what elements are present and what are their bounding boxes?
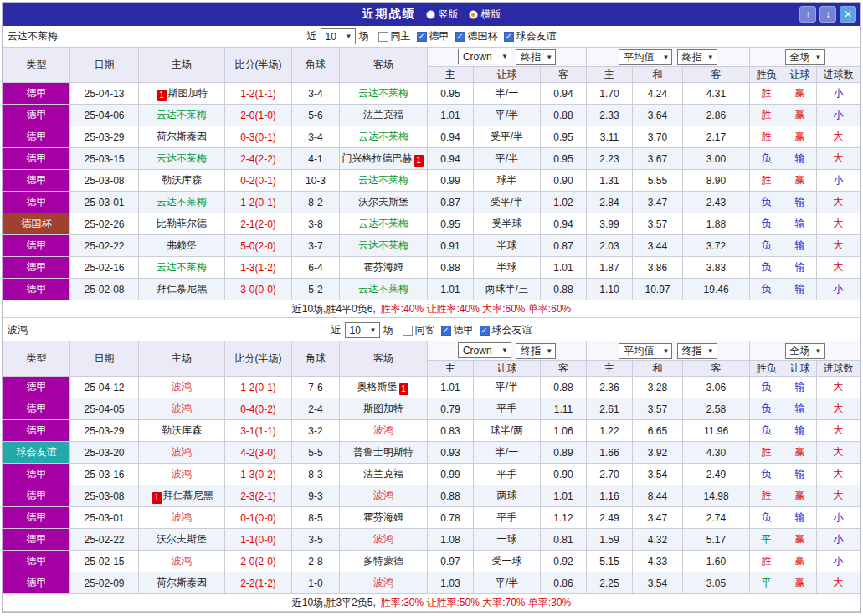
away-team[interactable]: 云达不莱梅 xyxy=(358,239,408,251)
home-team[interactable]: 荷尔斯泰因 xyxy=(157,131,207,142)
home-team[interactable]: 斯图加特 xyxy=(168,87,208,99)
match-score[interactable]: 0-1(0-0) xyxy=(225,507,292,529)
home-team[interactable]: 云达不莱梅 xyxy=(157,196,207,208)
scope-select[interactable]: 全场 ▼ xyxy=(785,343,825,359)
away-team[interactable]: 沃尔夫斯堡 xyxy=(358,196,408,208)
goals-outcome: 大 xyxy=(817,148,860,170)
away-team[interactable]: 云达不莱梅 xyxy=(358,218,408,229)
layout-radio-horizontal[interactable]: 横版 xyxy=(469,8,501,22)
euro-draw-odds: 5.55 xyxy=(633,170,683,192)
filter-checkbox-同主[interactable]: 同主 xyxy=(378,29,411,44)
filter-checkbox-同客[interactable]: 同客 xyxy=(403,323,435,337)
euro-draw-odds: 3.92 xyxy=(633,442,683,464)
match-row: 德甲25-02-22沃尔夫斯堡1-1(0-0)3-5波鸿1.08一球0.811.… xyxy=(3,529,860,551)
match-count-select[interactable]: 10 ▼ xyxy=(321,28,356,44)
move-up-button[interactable]: ↑ xyxy=(799,6,816,23)
euro-odds-header: 平均值 ▼ 终指 ▼ xyxy=(587,48,750,67)
home-team[interactable]: 云达不莱梅 xyxy=(157,152,207,164)
match-date: 25-04-06 xyxy=(70,105,139,126)
euro-home-odds: 2.49 xyxy=(587,507,633,529)
col-score: 比分(半场) xyxy=(225,48,292,83)
home-team[interactable]: 比勒菲尔德 xyxy=(157,218,207,229)
match-count-select[interactable]: 10 ▼ xyxy=(345,322,380,338)
match-score[interactable]: 4-2(3-0) xyxy=(225,442,292,464)
match-score[interactable]: 1-3(0-2) xyxy=(225,464,292,485)
euro-draw-odds: 3.47 xyxy=(633,507,683,529)
away-team[interactable]: 波鸿 xyxy=(373,490,393,501)
asia-away-odds: 0.95 xyxy=(541,148,587,170)
filter-checkbox-德甲[interactable]: ✓德甲 xyxy=(441,323,474,337)
match-score[interactable]: 2-1(2-0) xyxy=(225,213,292,235)
euro-odds-time-select[interactable]: 终指 ▼ xyxy=(677,49,717,65)
home-team[interactable]: 沃尔夫斯堡 xyxy=(157,533,207,545)
move-down-button[interactable]: ↓ xyxy=(819,6,836,23)
match-score[interactable]: 0-2(0-1) xyxy=(225,170,292,192)
home-team[interactable]: 勒沃库森 xyxy=(162,424,202,436)
away-team[interactable]: 云达不莱梅 xyxy=(358,283,408,295)
away-team[interactable]: 波鸿 xyxy=(373,424,393,436)
match-score[interactable]: 1-1(0-0) xyxy=(225,529,292,551)
match-score[interactable]: 1-2(0-1) xyxy=(225,192,292,213)
match-score[interactable]: 1-2(0-1) xyxy=(225,377,292,398)
away-team[interactable]: 霍芬海姆 xyxy=(363,511,403,523)
asia-odds-source-select[interactable]: Crown ▼ xyxy=(458,342,511,358)
match-score[interactable]: 2-0(2-0) xyxy=(225,551,292,572)
match-score[interactable]: 0-4(0-2) xyxy=(225,398,292,420)
home-team[interactable]: 波鸿 xyxy=(172,468,192,480)
match-score[interactable]: 2-2(1-2) xyxy=(225,572,292,594)
home-team[interactable]: 拜仁慕尼黑 xyxy=(163,490,213,501)
match-score[interactable]: 2-3(2-1) xyxy=(225,485,292,507)
match-score[interactable]: 2-4(2-2) xyxy=(225,148,292,170)
home-team[interactable]: 波鸿 xyxy=(172,381,192,393)
away-team[interactable]: 普鲁士明斯特 xyxy=(353,446,414,458)
match-score[interactable]: 5-0(2-0) xyxy=(225,235,292,257)
euro-odds-source-select[interactable]: 平均值 ▼ xyxy=(619,49,672,65)
home-team[interactable]: 弗赖堡 xyxy=(167,239,197,251)
away-team[interactable]: 霍芬海姆 xyxy=(363,261,403,273)
filter-checkbox-德国杯[interactable]: ✓德国杯 xyxy=(455,29,498,44)
euro-home-odds: 2.84 xyxy=(587,192,633,213)
home-team[interactable]: 荷尔斯泰因 xyxy=(157,577,207,588)
away-team[interactable]: 云达不莱梅 xyxy=(358,87,408,99)
away-team[interactable]: 门兴格拉德巴赫 xyxy=(342,152,413,164)
home-team[interactable]: 云达不莱梅 xyxy=(157,109,207,121)
filter-checkbox-球会友谊[interactable]: ✓球会友谊 xyxy=(504,29,557,44)
col-euro-draw: 和 xyxy=(633,361,683,377)
euro-odds-source-select[interactable]: 平均值 ▼ xyxy=(619,343,672,359)
goals-outcome: 小 xyxy=(817,529,860,551)
match-score[interactable]: 3-0(0-0) xyxy=(225,279,292,300)
asia-odds-source-select[interactable]: Crown ▼ xyxy=(458,49,511,64)
match-score[interactable]: 3-1(1-1) xyxy=(225,420,292,442)
home-team[interactable]: 拜仁慕尼黑 xyxy=(157,283,207,295)
scope-select[interactable]: 全场 ▼ xyxy=(785,49,825,65)
away-team[interactable]: 法兰克福 xyxy=(363,109,403,121)
match-score[interactable]: 0-3(0-1) xyxy=(225,126,292,148)
away-team[interactable]: 法兰克福 xyxy=(363,468,403,480)
euro-odds-time-select[interactable]: 终指 ▼ xyxy=(677,343,717,359)
home-team[interactable]: 波鸿 xyxy=(172,403,192,414)
away-team[interactable]: 波鸿 xyxy=(373,577,393,588)
away-team[interactable]: 波鸿 xyxy=(373,533,393,545)
away-team-cell: 云达不莱梅 xyxy=(340,170,428,192)
filter-checkbox-球会友谊[interactable]: ✓球会友谊 xyxy=(480,323,532,337)
filter-checkbox-德甲[interactable]: ✓德甲 xyxy=(417,29,449,44)
home-team[interactable]: 波鸿 xyxy=(172,555,192,567)
home-team[interactable]: 云达不莱梅 xyxy=(157,261,207,273)
away-team[interactable]: 云达不莱梅 xyxy=(358,131,408,142)
match-score[interactable]: 1-3(1-2) xyxy=(225,257,292,279)
away-team[interactable]: 斯图加特 xyxy=(363,403,403,414)
away-team[interactable]: 多特蒙德 xyxy=(363,555,403,567)
layout-radio-vertical[interactable]: 竖版 xyxy=(426,8,459,22)
match-score[interactable]: 1-2(1-1) xyxy=(225,83,292,105)
away-team[interactable]: 奥格斯堡 xyxy=(357,381,398,393)
match-score[interactable]: 2-0(1-0) xyxy=(225,105,292,126)
home-team[interactable]: 波鸿 xyxy=(172,446,192,458)
asia-odds-time-select[interactable]: 终指 ▼ xyxy=(516,343,556,359)
away-team[interactable]: 云达不莱梅 xyxy=(358,174,408,186)
home-team[interactable]: 勒沃库森 xyxy=(162,174,202,186)
asia-odds-time-select[interactable]: 终指 ▼ xyxy=(516,49,556,65)
filter-checkboxes: 同主✓德甲✓德国杯✓球会友谊 xyxy=(372,29,557,44)
home-team[interactable]: 波鸿 xyxy=(172,511,192,523)
result-outcome: 负 xyxy=(750,464,783,485)
close-button[interactable]: ✕ xyxy=(840,6,856,23)
